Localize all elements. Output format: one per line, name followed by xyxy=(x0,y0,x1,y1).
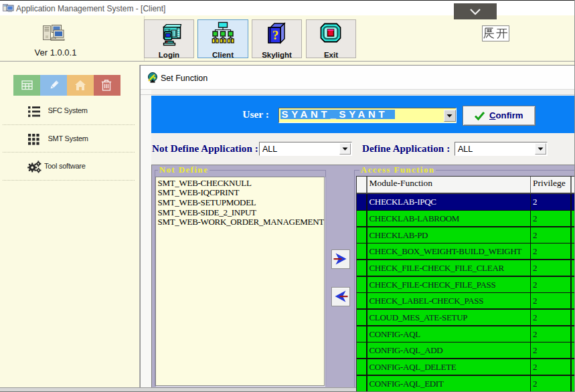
svg-text:?: ? xyxy=(272,28,279,42)
